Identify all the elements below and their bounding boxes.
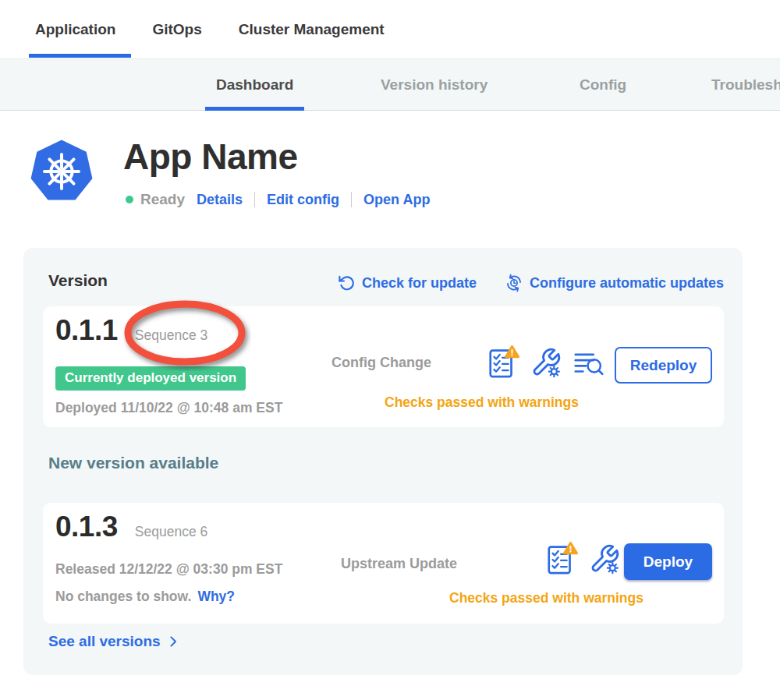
available-sequence-label: Sequence 6: [135, 524, 207, 540]
available-version-card: 0.1.3 Sequence 6 Released 12/12/22 @ 03:…: [43, 503, 724, 624]
released-timestamp: Released 12/12/22 @ 03:30 pm EST: [55, 561, 282, 578]
nav-item-gitops[interactable]: GitOps: [152, 0, 201, 58]
configure-automatic-updates-button[interactable]: Configure automatic updates: [505, 274, 724, 292]
kubernetes-logo: [27, 137, 96, 206]
current-version-row: 0.1.1 Sequence 3: [55, 314, 207, 347]
wrench-gear-icon[interactable]: [589, 543, 620, 574]
no-changes-row: No changes to show. Why?: [55, 589, 235, 605]
available-version-row: 0.1.3 Sequence 6: [55, 511, 207, 543]
check-for-update-label: Check for update: [362, 275, 477, 292]
version-actions: Check for update Configure automatic upd…: [338, 274, 724, 292]
wrench-gear-icon[interactable]: [530, 347, 562, 378]
new-version-available-heading: New version available: [48, 454, 218, 472]
check-for-update-button[interactable]: Check for update: [338, 274, 477, 292]
current-version-number: 0.1.1: [55, 314, 118, 347]
current-version-icons: [486, 345, 606, 380]
details-link[interactable]: Details: [197, 192, 243, 208]
divider: [254, 192, 255, 207]
deployed-timestamp: Deployed 11/10/22 @ 10:48 am EST: [55, 400, 282, 416]
preflight-checklist-warning-icon[interactable]: [486, 345, 520, 380]
primary-nav: Application GitOps Cluster Management: [0, 0, 780, 59]
chevron-right-icon: [166, 635, 180, 649]
version-panel: Version Check for update Configur: [23, 248, 743, 675]
current-checks-status[interactable]: Checks passed with warnings: [385, 394, 579, 411]
deploy-button[interactable]: Deploy: [624, 543, 712, 580]
open-app-link[interactable]: Open App: [363, 192, 430, 208]
refresh-icon: [338, 274, 356, 292]
status-dot: [126, 196, 133, 203]
view-diff-icon[interactable]: [572, 345, 606, 380]
see-all-versions-label: See all versions: [48, 633, 161, 650]
preflight-checklist-warning-icon[interactable]: [544, 542, 579, 576]
divider: [351, 192, 352, 207]
edit-config-link[interactable]: Edit config: [267, 192, 339, 208]
tab-troubleshoot[interactable]: Troubleshoot: [700, 59, 780, 110]
see-all-versions-link[interactable]: See all versions: [48, 633, 180, 650]
why-link[interactable]: Why?: [197, 589, 235, 605]
current-source-label: Config Change: [332, 355, 431, 371]
redeploy-button[interactable]: Redeploy: [615, 347, 712, 384]
no-changes-text: No changes to show.: [55, 589, 191, 605]
status-text: Ready: [140, 191, 185, 208]
app-tabs: Dashboard Version history Config Trouble…: [0, 59, 780, 111]
available-checks-status[interactable]: Checks passed with warnings: [449, 590, 644, 606]
configure-automatic-updates-label: Configure automatic updates: [530, 275, 724, 292]
tab-config[interactable]: Config: [569, 59, 637, 110]
tab-dashboard[interactable]: Dashboard: [205, 59, 304, 110]
available-source-label: Upstream Update: [341, 556, 457, 572]
auto-update-clock-icon: [505, 274, 523, 292]
current-sequence-label: Sequence 3: [135, 327, 207, 344]
nav-item-cluster-management[interactable]: Cluster Management: [239, 0, 385, 58]
current-version-card: 0.1.1 Sequence 3 Currently deployed vers…: [43, 306, 724, 427]
page: Application GitOps Cluster Management Da…: [0, 0, 780, 700]
page-title: App Name: [123, 136, 297, 178]
available-version-icons: [544, 542, 620, 576]
available-version-number: 0.1.3: [55, 511, 118, 543]
version-heading: Version: [48, 271, 108, 290]
currently-deployed-badge: Currently deployed version: [55, 366, 246, 391]
tab-version-history[interactable]: Version history: [370, 59, 498, 110]
nav-item-application[interactable]: Application: [35, 0, 115, 58]
app-status-row: Ready Details Edit config Open App: [126, 189, 430, 210]
